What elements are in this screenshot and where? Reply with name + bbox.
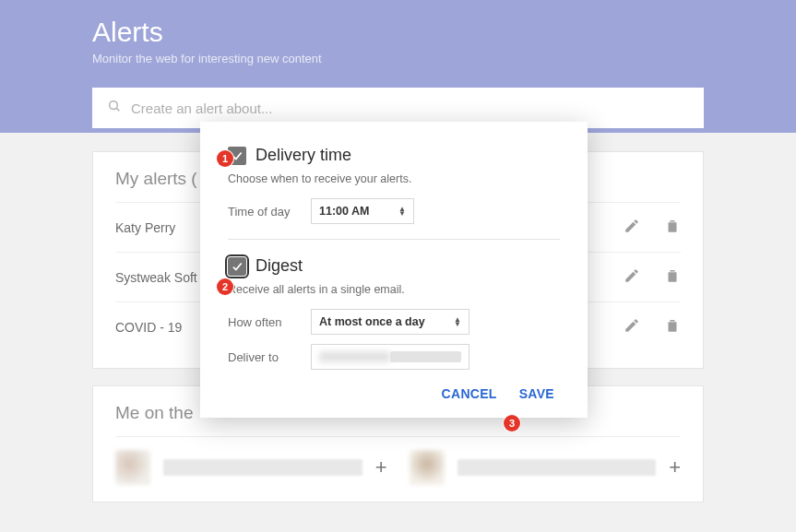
delivery-time-heading: Delivery time	[255, 146, 351, 165]
spinner-icon: ▲▼	[454, 317, 461, 326]
search-input[interactable]	[131, 100, 689, 116]
svg-line-1	[116, 108, 119, 111]
delete-icon[interactable]	[664, 218, 681, 237]
annotation-badge-3: 3	[504, 415, 520, 432]
me-item-label	[163, 459, 362, 476]
annotation-badge-2: 2	[217, 278, 233, 295]
page-subtitle: Monitor the web for interesting new cont…	[92, 52, 796, 65]
time-of-day-value: 11:00 AM	[319, 205, 369, 218]
how-often-select[interactable]: At most once a day ▲▼	[311, 309, 469, 335]
spinner-icon: ▲▼	[398, 207, 406, 216]
how-often-value: At most once a day	[319, 315, 425, 328]
avatar	[115, 450, 150, 485]
annotation-badge-1: 1	[217, 150, 233, 167]
deliver-to-value	[319, 351, 390, 362]
digest-heading: Digest	[255, 256, 303, 276]
spinner-icon: ▲▼	[390, 351, 461, 362]
plus-icon[interactable]: +	[669, 455, 681, 479]
page-title: Alerts	[92, 17, 796, 48]
delete-icon[interactable]	[664, 317, 681, 337]
how-often-label: How often	[228, 315, 294, 329]
edit-icon[interactable]	[624, 218, 640, 237]
delete-icon[interactable]	[664, 267, 681, 287]
deliver-to-label: Deliver to	[228, 350, 294, 364]
edit-icon[interactable]	[624, 267, 640, 287]
digest-desc: Receive all alerts in a single email.	[228, 283, 560, 296]
alert-name: Systweak Soft	[115, 270, 197, 285]
list-item[interactable]: +	[115, 450, 387, 485]
list-item[interactable]: +	[410, 450, 682, 485]
alert-name: Katy Perry	[115, 220, 175, 235]
time-of-day-label: Time of day	[228, 205, 294, 219]
save-button[interactable]: SAVE	[519, 386, 554, 401]
page-header: Alerts Monitor the web for interesting n…	[0, 0, 796, 133]
time-of-day-select[interactable]: 11:00 AM ▲▼	[311, 198, 414, 224]
search-icon	[107, 99, 122, 117]
avatar	[410, 450, 445, 485]
svg-point-0	[110, 101, 118, 110]
delivery-time-desc: Choose when to receive your alerts.	[228, 172, 560, 185]
settings-dialog: Delivery time Choose when to receive you…	[200, 122, 588, 418]
edit-icon[interactable]	[624, 317, 640, 337]
divider	[228, 239, 560, 240]
cancel-button[interactable]: CANCEL	[442, 386, 497, 401]
alert-name: COVID - 19	[115, 320, 182, 335]
plus-icon[interactable]: +	[375, 455, 387, 479]
digest-checkbox[interactable]	[228, 257, 246, 276]
me-item-label	[457, 459, 657, 476]
deliver-to-select[interactable]: ▲▼	[311, 344, 469, 370]
